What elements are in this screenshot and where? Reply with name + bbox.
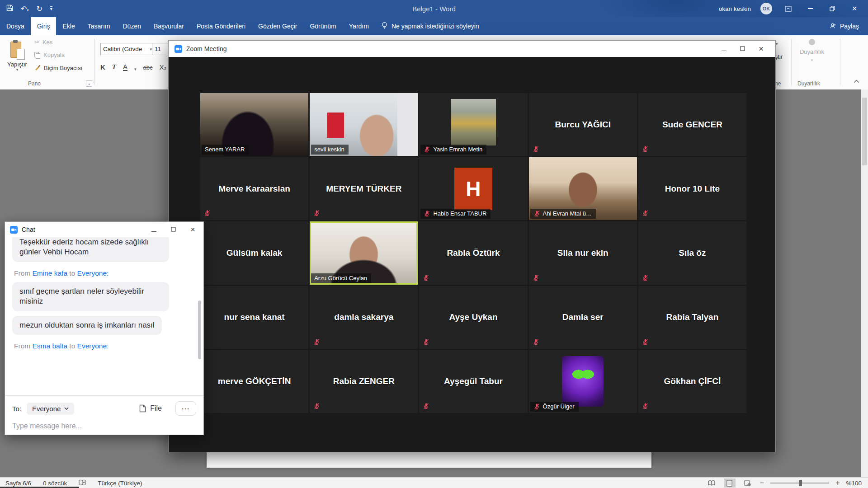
page-indicator[interactable]: Sayfa 6/6: [5, 480, 31, 487]
chat-recipient[interactable]: Everyone:: [77, 269, 109, 277]
tab-ekle[interactable]: Ekle: [56, 17, 81, 35]
copy-button[interactable]: Kopyala: [34, 52, 65, 58]
chat-close-button[interactable]: ×: [190, 225, 195, 235]
user-avatar[interactable]: OK: [760, 3, 772, 14]
participant-tile[interactable]: nur sena kanat: [200, 286, 308, 349]
restore-button[interactable]: [826, 2, 839, 15]
redo-icon[interactable]: ↻: [36, 5, 42, 13]
tab-tasarım[interactable]: Tasarım: [81, 17, 117, 35]
web-layout-icon[interactable]: [742, 479, 754, 488]
zoom-close-button[interactable]: ×: [759, 44, 764, 54]
word-count[interactable]: 0 sözcük: [43, 480, 67, 487]
save-icon[interactable]: [6, 5, 13, 13]
zoom-meeting-window[interactable]: Zoom Meeting × Senem YARARsevil keskinYa…: [168, 40, 776, 452]
word-vertical-scrollbar[interactable]: [861, 89, 868, 477]
minimize-button[interactable]: [804, 2, 816, 15]
signed-in-user[interactable]: okan keskin: [719, 5, 751, 12]
participant-tile[interactable]: Rabia Öztürk: [419, 221, 527, 284]
tab-yardım[interactable]: Yardım: [343, 17, 375, 35]
participant-tile[interactable]: Senem YARAR: [200, 93, 308, 156]
participant-tile[interactable]: Arzu Görücü Ceylan: [310, 221, 418, 284]
zoom-in-button[interactable]: +: [835, 479, 840, 487]
participant-tile[interactable]: Özgür Ülger: [529, 350, 637, 413]
participant-tile[interactable]: Yasin Emrah Metin: [419, 93, 527, 156]
chat-sender[interactable]: Esma balta: [32, 342, 67, 350]
chat-maximize-button[interactable]: [171, 226, 176, 233]
zoom-slider-thumb[interactable]: [799, 480, 802, 486]
cut-button[interactable]: ✂ Kes: [34, 39, 52, 46]
profile-avatar: [562, 356, 604, 407]
participant-tile[interactable]: Ayşegül Tabur: [419, 350, 527, 413]
more-options-button[interactable]: ···: [175, 401, 196, 416]
underline-caret-icon[interactable]: ▾: [134, 67, 137, 71]
chat-scrollbar-thumb[interactable]: [198, 300, 201, 359]
chat-window[interactable]: Chat × Teşekkür ederiz hocam sizede sağl…: [5, 221, 204, 435]
recipient-selector[interactable]: Everyone: [27, 403, 74, 415]
tab-gözden geçir[interactable]: Gözden Geçir: [252, 17, 303, 35]
participant-name: Arzu Görücü Ceylan: [314, 275, 367, 282]
paste-button[interactable]: Yapıştır ▾: [4, 38, 31, 81]
participant-tile[interactable]: HHabib Ensar TABUR: [419, 157, 527, 220]
chat-message-list[interactable]: Teşekkür ederiz hocam sizede sağlıklı gü…: [5, 237, 203, 395]
proofing-icon[interactable]: [79, 479, 86, 487]
chat-recipient[interactable]: Everyone:: [77, 342, 109, 350]
styles-caret-icon[interactable]: ▾: [776, 42, 778, 46]
participant-tile[interactable]: Gökhan ÇİFCİ: [638, 350, 746, 413]
font-name-combo[interactable]: Calibri (Gövde ▾: [100, 43, 155, 55]
tab-dosya[interactable]: Dosya: [0, 17, 31, 35]
chat-minimize-button[interactable]: [151, 226, 156, 233]
chat-sender[interactable]: Emine kafa: [32, 269, 67, 277]
read-mode-icon[interactable]: [706, 479, 717, 488]
message-input[interactable]: Type message here...: [12, 422, 196, 430]
participant-tile[interactable]: sevil keskin: [310, 93, 418, 156]
tab-düzen[interactable]: Düzen: [117, 17, 147, 35]
file-button[interactable]: File: [139, 404, 162, 413]
zoom-minimize-button[interactable]: [722, 45, 726, 52]
zoom-out-button[interactable]: −: [760, 479, 764, 487]
italic-button[interactable]: T: [112, 63, 116, 71]
participant-name: Sıla öz: [676, 248, 708, 258]
muted-mic-icon: [533, 403, 540, 410]
ribbon-display-options-icon[interactable]: [782, 2, 794, 15]
underline-button[interactable]: A: [123, 63, 127, 71]
zoom-percentage[interactable]: %100: [846, 480, 862, 487]
strikethrough-button[interactable]: abc: [143, 64, 153, 71]
undo-icon[interactable]: ↶▾: [21, 5, 28, 13]
participant-tile[interactable]: Ayşe Uykan: [419, 286, 527, 349]
zoom-maximize-button[interactable]: [740, 45, 745, 52]
share-button[interactable]: Paylaş: [830, 17, 868, 35]
tab-giriş[interactable]: Giriş: [31, 17, 57, 35]
scrollbar-thumb[interactable]: [862, 98, 867, 165]
participant-tile[interactable]: Burcu YAĞICI: [529, 93, 637, 156]
participant-tile[interactable]: Merve Karaarslan: [200, 157, 308, 220]
document-page[interactable]: [207, 451, 651, 468]
customize-qat-icon[interactable]: ▾: [50, 6, 52, 11]
participant-tile[interactable]: Rabia Talyan: [638, 286, 746, 349]
language-indicator[interactable]: Türkçe (Türkiye): [98, 480, 142, 487]
participant-tile[interactable]: Ahi Evran Mtal ü…: [529, 157, 637, 220]
participant-tile[interactable]: MERYEM TÜRKER: [310, 157, 418, 220]
subscript-button[interactable]: X₂: [160, 63, 167, 71]
participant-tile[interactable]: Gülsüm kalak: [200, 221, 308, 284]
tab-başvurular[interactable]: Başvurular: [147, 17, 190, 35]
participant-tile[interactable]: merve GÖKÇETİN: [200, 350, 308, 413]
zoom-slider[interactable]: [770, 483, 829, 483]
tab-görünüm[interactable]: Görünüm: [303, 17, 342, 35]
tab-posta gönderileri[interactable]: Posta Gönderileri: [190, 17, 252, 35]
tell-me-box[interactable]: Ne yapmak istediğinizi söyleyin: [375, 17, 486, 35]
participant-tile[interactable]: Sıla öz: [638, 221, 746, 284]
participant-tile[interactable]: Rabia ZENGER: [310, 350, 418, 413]
clipboard-dialog-launcher-icon[interactable]: ⌟: [86, 80, 92, 87]
collapse-ribbon-icon[interactable]: [854, 77, 859, 85]
close-button[interactable]: ×: [848, 2, 861, 15]
participant-tile[interactable]: Damla ser: [529, 286, 637, 349]
bold-button[interactable]: K: [100, 63, 105, 71]
change-button-fragment[interactable]: ştir: [775, 53, 783, 60]
participant-tile[interactable]: Honor 10 Lite: [638, 157, 746, 220]
format-painter-button[interactable]: Biçim Boyacısı: [34, 64, 82, 72]
participant-tile[interactable]: damla sakarya: [310, 286, 418, 349]
print-layout-icon[interactable]: [724, 479, 736, 488]
participant-tile[interactable]: Sila nur ekin: [529, 221, 637, 284]
participant-tile[interactable]: Sude GENCER: [638, 93, 746, 156]
sensitivity-button[interactable]: Duyarlılık ▾: [794, 39, 830, 62]
